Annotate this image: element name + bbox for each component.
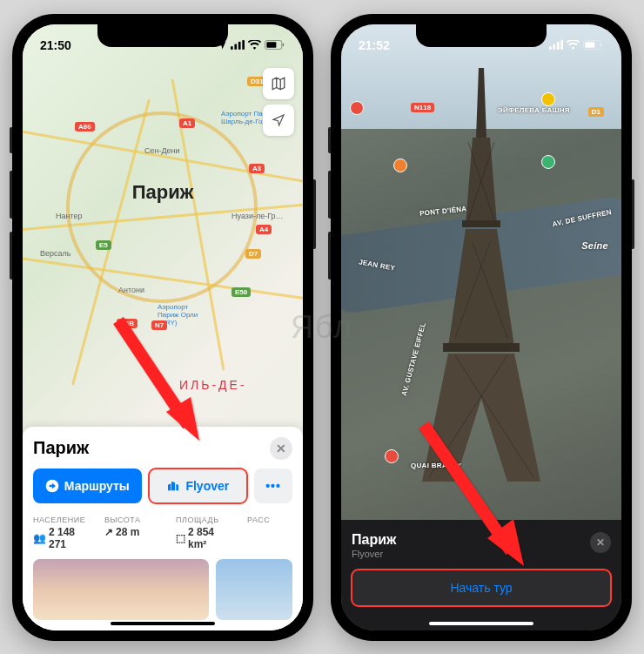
- svg-rect-14: [601, 44, 602, 47]
- sat-label-quai: QUAI BRANLY: [411, 462, 461, 469]
- svg-rect-9: [553, 44, 555, 50]
- map-label-sen-deni: Сен-Дени: [144, 146, 180, 155]
- phone-right: 21:52 N118 D1: [331, 14, 632, 641]
- buildings-icon: [166, 479, 180, 493]
- svg-rect-13: [585, 42, 594, 47]
- flyover-sheet[interactable]: Париж Flyover ✕ Начать тур: [341, 520, 621, 630]
- svg-rect-5: [266, 42, 276, 47]
- svg-rect-8: [549, 46, 552, 50]
- poi-orange-icon: [393, 158, 407, 172]
- people-icon: 👥: [33, 532, 46, 544]
- stat-population-label: НАСЕЛЕНИЕ: [33, 516, 87, 524]
- tour-label: Начать тур: [450, 581, 512, 595]
- svg-rect-0: [231, 46, 233, 50]
- notch: [416, 24, 547, 47]
- poi-red-icon: [385, 449, 399, 463]
- status-time: 21:50: [40, 38, 71, 52]
- stat-area-value: 2 854 km²: [188, 526, 230, 550]
- stat-population-value: 2 148 271: [49, 526, 87, 550]
- stat-area-label: ПЛОЩАДЬ: [176, 516, 230, 524]
- routes-button[interactable]: Маршруты: [33, 469, 142, 503]
- svg-rect-1: [234, 44, 237, 50]
- wifi-icon: [248, 40, 261, 50]
- map-badge-a4: A4: [256, 225, 272, 234]
- more-button[interactable]: •••: [254, 469, 292, 503]
- map-region-label: ИЛЬ-ДЕ-: [179, 378, 247, 392]
- svg-rect-3: [242, 40, 245, 50]
- svg-rect-6: [283, 44, 284, 47]
- stat-distance-label: РАСС: [247, 516, 292, 524]
- map-badge-e50: E50: [231, 287, 251, 297]
- flyover-subtitle: Flyover: [352, 549, 396, 559]
- map-label-noisy: Нуази-ле-Гр…: [231, 212, 284, 220]
- map-badge-d7: D7: [245, 249, 261, 259]
- map-badge-n7: N7: [151, 320, 167, 330]
- status-time: 21:52: [359, 38, 390, 52]
- svg-rect-15: [462, 220, 500, 227]
- flyover-button[interactable]: Flyover: [149, 469, 247, 503]
- stat-elevation-value: 28 m: [116, 526, 139, 538]
- more-icon: •••: [265, 479, 281, 493]
- map-badge-e5: E5: [96, 240, 111, 250]
- svg-rect-10: [557, 42, 560, 50]
- place-photo[interactable]: [216, 559, 292, 620]
- map-badge-a86: A86: [75, 122, 95, 131]
- sheet-title: Париж: [33, 438, 89, 458]
- home-indicator: [111, 622, 215, 625]
- directions-icon: [45, 479, 59, 493]
- map-city-label: Париж: [132, 181, 194, 204]
- place-sheet[interactable]: Париж ✕ Маршруты Flyover •••: [23, 427, 303, 630]
- signal-icon: [231, 40, 245, 50]
- flyover-label: Flyover: [185, 479, 229, 493]
- routes-label: Маршруты: [64, 479, 130, 493]
- map-label-antony: Антони: [118, 286, 144, 294]
- map-icon: [271, 76, 286, 91]
- svg-rect-16: [443, 343, 520, 352]
- home-indicator: [429, 622, 533, 625]
- sat-label-seine: Seine: [581, 240, 608, 251]
- poi-no-entry-icon: [350, 101, 364, 115]
- map-label-versailles: Версаль: [40, 249, 70, 258]
- map-badge-a6b: A6B: [117, 319, 138, 328]
- map-badge-a1: A1: [179, 118, 195, 128]
- eiffel-tower-icon: [420, 68, 542, 486]
- sat-badge-d1: D1: [588, 107, 604, 117]
- flyover-title: Париж: [352, 532, 396, 548]
- close-button[interactable]: ✕: [590, 532, 611, 553]
- svg-rect-2: [238, 42, 241, 50]
- sat-label-eiffel: ЭЙФЕЛЕВА БАШНЯ: [498, 106, 570, 114]
- battery-icon: [583, 40, 604, 50]
- place-photo[interactable]: [33, 559, 209, 620]
- battery-icon: [265, 40, 285, 50]
- sat-badge-n118: N118: [411, 103, 434, 112]
- close-button[interactable]: ✕: [270, 437, 292, 460]
- photo-row[interactable]: [33, 559, 292, 620]
- poi-warning-icon: [541, 92, 555, 106]
- wifi-icon: [567, 40, 580, 50]
- area-icon: ⬚: [176, 532, 185, 544]
- stats-row: НАСЕЛЕНИЕ 👥2 148 271 ВЫСОТА ↗28 m ПЛОЩАД…: [33, 516, 292, 550]
- close-icon: ✕: [596, 536, 605, 549]
- poi-green-icon: [541, 155, 555, 169]
- notch: [97, 24, 228, 47]
- start-tour-button[interactable]: Начать тур: [352, 570, 611, 606]
- map-label-nanterre: Нантер: [56, 212, 83, 220]
- phone-left: 21:50 Париж Сен-Дени Нантер Нуази-ле-Г: [12, 14, 313, 641]
- elevation-icon: ↗: [104, 526, 113, 538]
- svg-rect-11: [560, 40, 563, 50]
- location-button[interactable]: [263, 105, 294, 136]
- location-arrow-icon: [272, 113, 285, 127]
- map-mode-button[interactable]: [263, 68, 294, 99]
- close-icon: ✕: [276, 442, 286, 455]
- signal-icon: [549, 40, 563, 50]
- stat-elevation-label: ВЫСОТА: [104, 516, 158, 524]
- map-badge-a3: A3: [249, 164, 265, 173]
